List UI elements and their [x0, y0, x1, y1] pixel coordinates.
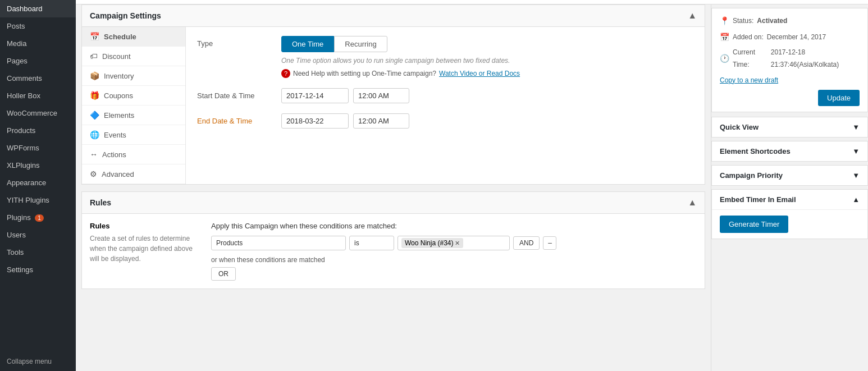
tab-actions[interactable]: ↔ Actions — [82, 145, 185, 164]
type-hint: One Time option allows you to run single… — [281, 57, 693, 65]
tab-inventory-label: Inventory — [104, 72, 134, 80]
sidebar-item-yith[interactable]: YITH Plugins — [0, 191, 76, 209]
status-row: 📍 Status: Activated — [720, 14, 860, 28]
tab-discount-label: Discount — [102, 52, 131, 61]
campaign-priority-chevron-icon: ▼ — [852, 171, 860, 180]
embed-timer-accordion: Embed Timer In Email ▲ Generate Timer — [711, 189, 868, 239]
right-sidebar: 📍 Status: Activated 📅 Added on: December… — [711, 4, 868, 371]
main-area: Campaign Settings ▲ 📅 Schedule 🏷 Discoun… — [76, 0, 868, 371]
status-icon: 📍 — [720, 14, 729, 28]
settings-body: 📅 Schedule 🏷 Discount 📦 Inventory � — [82, 27, 705, 184]
campaign-settings-panel: Campaign Settings ▲ 📅 Schedule 🏷 Discoun… — [81, 4, 705, 185]
actions-icon: ↔ — [90, 150, 98, 159]
or-text: or when these conditions are matched — [211, 256, 697, 264]
top-strip — [76, 0, 868, 4]
end-date-label: End Date & Time — [197, 113, 270, 125]
start-date-time-row — [281, 88, 693, 103]
campaign-priority-header[interactable]: Campaign Priority ▼ — [712, 166, 867, 185]
sidebar-item-products[interactable]: Products — [0, 122, 76, 139]
sidebar-item-xlplugins[interactable]: XLPlugins — [0, 157, 76, 174]
rules-conditions: Apply this Campaign when these condition… — [211, 222, 697, 281]
sidebar-item-tools[interactable]: Tools — [0, 244, 76, 261]
added-label: Added on: — [733, 31, 764, 44]
embed-timer-label: Embed Timer In Email — [720, 195, 796, 204]
rules-panel: Rules ▲ Rules Create a set of rules to d… — [81, 191, 705, 289]
sidebar-item-users[interactable]: Users — [0, 226, 76, 244]
sidebar-item-woocommerce[interactable]: WooCommerce — [0, 104, 76, 122]
added-row: 📅 Added on: December 14, 2017 — [720, 30, 860, 44]
condition-tag: Woo Ninja (#34) ✕ — [401, 238, 463, 248]
type-label: Type — [197, 36, 270, 48]
start-date-input[interactable] — [281, 88, 349, 103]
collapse-menu[interactable]: Collapse menu — [0, 352, 76, 371]
content-area: Campaign Settings ▲ 📅 Schedule 🏷 Discoun… — [76, 4, 868, 371]
campaign-priority-label: Campaign Priority — [720, 171, 783, 180]
current-time-label: Current Time: — [733, 47, 768, 71]
start-time-input[interactable] — [353, 88, 409, 103]
tab-coupons[interactable]: 🎁 Coupons — [82, 86, 185, 106]
tab-events-label: Events — [104, 131, 126, 139]
sidebar-item-dashboard[interactable]: Dashboard — [0, 0, 76, 17]
one-time-button[interactable]: One Time — [281, 36, 334, 52]
settings-tabs: 📅 Schedule 🏷 Discount 📦 Inventory � — [82, 27, 186, 184]
sidebar-item-pages[interactable]: Pages — [0, 52, 76, 70]
sidebar-item-settings[interactable]: Settings — [0, 261, 76, 278]
end-time-input[interactable] — [353, 113, 409, 129]
start-date-fields — [281, 88, 693, 103]
added-value: December 14, 2017 — [767, 31, 826, 44]
tab-elements[interactable]: 🔷 Elements — [82, 106, 185, 125]
tab-inventory[interactable]: 📦 Inventory — [82, 66, 185, 86]
tab-discount[interactable]: 🏷 Discount — [82, 47, 185, 66]
tab-coupons-label: Coupons — [104, 91, 133, 100]
condition-tag-label: Woo Ninja (#34) — [405, 239, 453, 247]
campaign-settings-chevron-icon[interactable]: ▲ — [688, 11, 697, 21]
clock-icon: 🕐 — [720, 52, 729, 66]
campaign-settings-header: Campaign Settings ▲ — [82, 5, 705, 27]
element-shortcodes-accordion: Element Shortcodes ▼ — [711, 141, 868, 162]
rules-title: Rules — [90, 198, 111, 207]
sidebar-item-hollerbox[interactable]: Holler Box — [0, 87, 76, 104]
advanced-icon: ⚙ — [90, 170, 97, 178]
rules-description: Rules Create a set of rules to determine… — [90, 222, 202, 281]
sidebar-item-media[interactable]: Media — [0, 35, 76, 52]
update-button[interactable]: Update — [818, 90, 860, 106]
embed-timer-body: Generate Timer — [712, 209, 867, 239]
element-shortcodes-label: Element Shortcodes — [720, 147, 791, 155]
rules-chevron-icon[interactable]: ▲ — [688, 198, 697, 208]
tab-advanced[interactable]: ⚙ Advanced — [82, 164, 185, 184]
quick-view-header[interactable]: Quick View ▼ — [712, 117, 867, 137]
end-date-input[interactable] — [281, 113, 349, 129]
remove-condition-button[interactable]: − — [543, 236, 556, 250]
right-meta-box: 📍 Status: Activated 📅 Added on: December… — [711, 8, 868, 112]
center-panel: Campaign Settings ▲ 📅 Schedule 🏷 Discoun… — [76, 4, 711, 371]
element-shortcodes-header[interactable]: Element Shortcodes ▼ — [712, 141, 867, 161]
campaign-settings-title: Campaign Settings — [90, 11, 161, 20]
tab-schedule[interactable]: 📅 Schedule — [82, 27, 185, 47]
condition-type-select[interactable]: Products — [211, 236, 346, 250]
campaign-priority-accordion: Campaign Priority ▼ — [711, 165, 868, 186]
end-date-fields — [281, 113, 693, 129]
start-date-row: Start Date & Time — [197, 88, 693, 103]
sidebar-item-comments[interactable]: Comments — [0, 70, 76, 87]
discount-icon: 🏷 — [90, 52, 98, 61]
generate-timer-button[interactable]: Generate Timer — [720, 216, 788, 233]
help-icon: ? — [281, 69, 290, 78]
condition-op-select[interactable]: is — [349, 236, 394, 250]
and-button[interactable]: AND — [513, 236, 540, 250]
sidebar-item-appearance[interactable]: Appearance — [0, 174, 76, 191]
tab-events[interactable]: 🌐 Events — [82, 125, 185, 145]
copy-draft-link[interactable]: Copy to a new draft — [720, 75, 860, 87]
events-icon: 🌐 — [90, 130, 99, 139]
sidebar-item-posts[interactable]: Posts — [0, 17, 76, 35]
embed-timer-header[interactable]: Embed Timer In Email ▲ — [712, 190, 867, 209]
tab-advanced-label: Advanced — [102, 170, 134, 178]
plugins-label: Plugins — [7, 213, 31, 222]
help-link[interactable]: Watch Video or Read Docs — [439, 70, 520, 77]
recurring-button[interactable]: Recurring — [334, 36, 387, 52]
settings-content: Type One Time Recurring One Time option … — [186, 27, 705, 184]
current-time-value: 2017-12-18 21:37:46(Asia/Kolkata) — [771, 47, 860, 71]
sidebar-item-wpforms[interactable]: WPForms — [0, 139, 76, 157]
tag-remove-icon[interactable]: ✕ — [455, 240, 460, 247]
or-button[interactable]: OR — [211, 267, 236, 281]
sidebar-item-plugins[interactable]: Plugins 1 — [0, 209, 76, 226]
